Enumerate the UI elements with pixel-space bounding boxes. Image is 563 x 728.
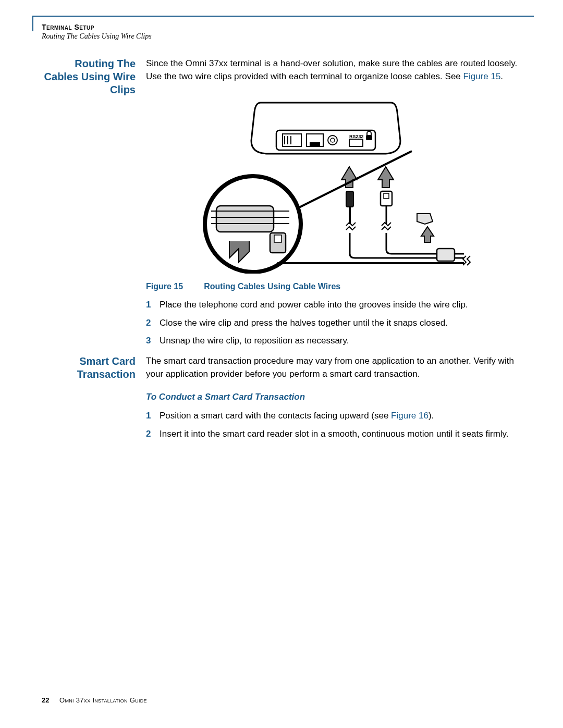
list-item: 1 Place the telephone cord and power cab… — [146, 299, 521, 312]
svg-line-18 — [297, 151, 412, 208]
svg-rect-6 — [310, 142, 320, 146]
svg-rect-10 — [366, 135, 372, 140]
section1-body: Since the Omni 37xx terminal is a hand-o… — [146, 57, 521, 87]
step-number: 1 — [146, 299, 160, 312]
wire-clip-open — [417, 214, 434, 242]
svg-rect-23 — [384, 193, 389, 199]
section1-intro-pre: Since the Omni 37xx terminal is a hand-o… — [146, 58, 517, 81]
svg-rect-12 — [216, 206, 274, 232]
figure-title: Routing Cables Using Cable Wires — [204, 282, 340, 291]
svg-point-8 — [331, 138, 335, 142]
side-heading-routing: Routing The Cables Using Wire Clips — [42, 57, 146, 96]
step-text: Close the wire clip and press the halves… — [160, 317, 521, 330]
guide-title: Omni 37xx Installation Guide — [59, 696, 147, 704]
step-text: Place the telephone cord and power cable… — [160, 299, 521, 312]
section2-intro: The smart card transaction procedure may… — [146, 355, 521, 380]
header-section: Routing The Cables Using Wire Clips — [42, 32, 152, 41]
figure-15-illustration: RS232 — [193, 102, 474, 274]
step-text-pre: Position a smart card with the contacts … — [160, 411, 391, 421]
step-text-post: ). — [429, 411, 434, 421]
svg-rect-17 — [274, 235, 282, 242]
subhead-conduct-transaction: To Conduct a Smart Card Transaction — [146, 392, 521, 402]
step-number: 2 — [146, 428, 160, 441]
step-text: Position a smart card with the contacts … — [160, 410, 521, 423]
figure-15-caption: Figure 15Routing Cables Using Cable Wire… — [146, 282, 521, 291]
section-smart-card: Smart Card Transaction The smart card tr… — [42, 355, 521, 385]
running-header: Terminal Setup Routing The Cables Using … — [42, 23, 152, 41]
list-item: 1 Position a smart card with the contact… — [146, 410, 521, 423]
page-number: 22 — [42, 696, 49, 704]
port-label-rs232: RS232 — [349, 134, 364, 139]
xref-figure-15[interactable]: Figure 15 — [463, 71, 501, 81]
section1-intro: Since the Omni 37xx terminal is a hand-o… — [146, 57, 521, 83]
figure-15: RS232 — [146, 102, 521, 291]
steps-smart-card: 1 Position a smart card with the contact… — [146, 410, 521, 440]
svg-rect-20 — [346, 191, 353, 207]
step-number: 2 — [146, 317, 160, 330]
list-item: 2 Insert it into the smart card reader s… — [146, 428, 521, 441]
step-number: 1 — [146, 410, 160, 423]
page-footer: 22 Omni 37xx Installation Guide — [42, 696, 147, 704]
content: Routing The Cables Using Wire Clips Sinc… — [42, 57, 521, 446]
svg-rect-25 — [437, 249, 455, 261]
header-chapter: Terminal Setup — [42, 23, 152, 31]
step-text: Unsnap the wire clip, to reposition as n… — [160, 335, 521, 348]
list-item: 3 Unsnap the wire clip, to reposition as… — [146, 335, 521, 348]
step-number: 3 — [146, 335, 160, 348]
section2-body: The smart card transaction procedure may… — [146, 355, 521, 385]
steps-routing: 1 Place the telephone cord and power cab… — [146, 299, 521, 348]
section-routing-cables: Routing The Cables Using Wire Clips Sinc… — [42, 57, 521, 96]
step-text: Insert it into the smart card reader slo… — [160, 428, 521, 441]
list-item: 2 Close the wire clip and press the halv… — [146, 317, 521, 330]
side-heading-smart-card: Smart Card Transaction — [42, 355, 146, 381]
xref-figure-16[interactable]: Figure 16 — [391, 411, 429, 421]
figure-label: Figure 15 — [146, 282, 183, 291]
svg-rect-9 — [349, 139, 363, 146]
arrow-up-icon — [341, 167, 394, 188]
svg-rect-1 — [283, 134, 301, 146]
page: Terminal Setup Routing The Cables Using … — [0, 0, 563, 728]
section1-intro-post: . — [500, 71, 503, 81]
